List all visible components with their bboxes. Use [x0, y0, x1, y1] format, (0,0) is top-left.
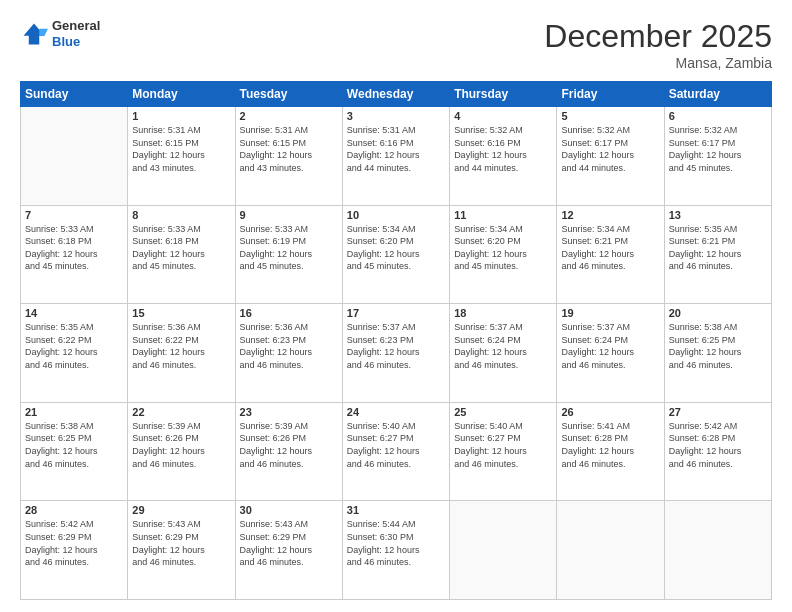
day-info: Sunrise: 5:32 AM Sunset: 6:17 PM Dayligh…	[669, 124, 767, 174]
day-info: Sunrise: 5:31 AM Sunset: 6:15 PM Dayligh…	[132, 124, 230, 174]
day-number: 22	[132, 406, 230, 418]
header: General Blue December 2025 Mansa, Zambia	[20, 18, 772, 71]
calendar-cell: 15Sunrise: 5:36 AM Sunset: 6:22 PM Dayli…	[128, 304, 235, 403]
calendar-cell: 2Sunrise: 5:31 AM Sunset: 6:15 PM Daylig…	[235, 107, 342, 206]
calendar-cell: 24Sunrise: 5:40 AM Sunset: 6:27 PM Dayli…	[342, 402, 449, 501]
calendar-cell: 30Sunrise: 5:43 AM Sunset: 6:29 PM Dayli…	[235, 501, 342, 600]
calendar-cell: 1Sunrise: 5:31 AM Sunset: 6:15 PM Daylig…	[128, 107, 235, 206]
logo-general-text: General	[52, 18, 100, 34]
col-sunday: Sunday	[21, 82, 128, 107]
col-friday: Friday	[557, 82, 664, 107]
col-monday: Monday	[128, 82, 235, 107]
svg-marker-1	[39, 28, 48, 35]
day-number: 12	[561, 209, 659, 221]
day-info: Sunrise: 5:37 AM Sunset: 6:24 PM Dayligh…	[561, 321, 659, 371]
day-info: Sunrise: 5:43 AM Sunset: 6:29 PM Dayligh…	[240, 518, 338, 568]
day-number: 24	[347, 406, 445, 418]
day-number: 21	[25, 406, 123, 418]
day-info: Sunrise: 5:33 AM Sunset: 6:18 PM Dayligh…	[25, 223, 123, 273]
day-number: 7	[25, 209, 123, 221]
calendar-cell: 6Sunrise: 5:32 AM Sunset: 6:17 PM Daylig…	[664, 107, 771, 206]
calendar-cell: 31Sunrise: 5:44 AM Sunset: 6:30 PM Dayli…	[342, 501, 449, 600]
calendar-cell: 25Sunrise: 5:40 AM Sunset: 6:27 PM Dayli…	[450, 402, 557, 501]
day-number: 30	[240, 504, 338, 516]
day-info: Sunrise: 5:38 AM Sunset: 6:25 PM Dayligh…	[25, 420, 123, 470]
day-number: 11	[454, 209, 552, 221]
day-info: Sunrise: 5:35 AM Sunset: 6:21 PM Dayligh…	[669, 223, 767, 273]
day-number: 15	[132, 307, 230, 319]
day-number: 17	[347, 307, 445, 319]
day-info: Sunrise: 5:43 AM Sunset: 6:29 PM Dayligh…	[132, 518, 230, 568]
calendar-cell: 27Sunrise: 5:42 AM Sunset: 6:28 PM Dayli…	[664, 402, 771, 501]
week-row-3: 14Sunrise: 5:35 AM Sunset: 6:22 PM Dayli…	[21, 304, 772, 403]
day-info: Sunrise: 5:40 AM Sunset: 6:27 PM Dayligh…	[347, 420, 445, 470]
day-number: 4	[454, 110, 552, 122]
calendar-cell	[21, 107, 128, 206]
day-info: Sunrise: 5:32 AM Sunset: 6:16 PM Dayligh…	[454, 124, 552, 174]
day-number: 28	[25, 504, 123, 516]
day-number: 19	[561, 307, 659, 319]
calendar-cell	[557, 501, 664, 600]
day-info: Sunrise: 5:42 AM Sunset: 6:29 PM Dayligh…	[25, 518, 123, 568]
week-row-2: 7Sunrise: 5:33 AM Sunset: 6:18 PM Daylig…	[21, 205, 772, 304]
calendar-cell: 23Sunrise: 5:39 AM Sunset: 6:26 PM Dayli…	[235, 402, 342, 501]
day-number: 13	[669, 209, 767, 221]
day-number: 20	[669, 307, 767, 319]
calendar-cell: 4Sunrise: 5:32 AM Sunset: 6:16 PM Daylig…	[450, 107, 557, 206]
day-number: 26	[561, 406, 659, 418]
location-subtitle: Mansa, Zambia	[544, 55, 772, 71]
day-info: Sunrise: 5:31 AM Sunset: 6:15 PM Dayligh…	[240, 124, 338, 174]
calendar-cell: 10Sunrise: 5:34 AM Sunset: 6:20 PM Dayli…	[342, 205, 449, 304]
day-info: Sunrise: 5:36 AM Sunset: 6:23 PM Dayligh…	[240, 321, 338, 371]
calendar-cell: 8Sunrise: 5:33 AM Sunset: 6:18 PM Daylig…	[128, 205, 235, 304]
calendar-cell: 9Sunrise: 5:33 AM Sunset: 6:19 PM Daylig…	[235, 205, 342, 304]
day-number: 2	[240, 110, 338, 122]
day-info: Sunrise: 5:31 AM Sunset: 6:16 PM Dayligh…	[347, 124, 445, 174]
day-info: Sunrise: 5:36 AM Sunset: 6:22 PM Dayligh…	[132, 321, 230, 371]
day-info: Sunrise: 5:35 AM Sunset: 6:22 PM Dayligh…	[25, 321, 123, 371]
day-number: 3	[347, 110, 445, 122]
week-row-4: 21Sunrise: 5:38 AM Sunset: 6:25 PM Dayli…	[21, 402, 772, 501]
day-info: Sunrise: 5:37 AM Sunset: 6:24 PM Dayligh…	[454, 321, 552, 371]
calendar-cell: 19Sunrise: 5:37 AM Sunset: 6:24 PM Dayli…	[557, 304, 664, 403]
calendar-cell: 22Sunrise: 5:39 AM Sunset: 6:26 PM Dayli…	[128, 402, 235, 501]
day-number: 27	[669, 406, 767, 418]
day-number: 5	[561, 110, 659, 122]
calendar-cell: 7Sunrise: 5:33 AM Sunset: 6:18 PM Daylig…	[21, 205, 128, 304]
calendar-cell	[664, 501, 771, 600]
col-thursday: Thursday	[450, 82, 557, 107]
day-info: Sunrise: 5:40 AM Sunset: 6:27 PM Dayligh…	[454, 420, 552, 470]
day-info: Sunrise: 5:34 AM Sunset: 6:20 PM Dayligh…	[347, 223, 445, 273]
calendar-cell: 21Sunrise: 5:38 AM Sunset: 6:25 PM Dayli…	[21, 402, 128, 501]
week-row-1: 1Sunrise: 5:31 AM Sunset: 6:15 PM Daylig…	[21, 107, 772, 206]
title-block: December 2025 Mansa, Zambia	[544, 18, 772, 71]
week-row-5: 28Sunrise: 5:42 AM Sunset: 6:29 PM Dayli…	[21, 501, 772, 600]
day-number: 8	[132, 209, 230, 221]
calendar-table: Sunday Monday Tuesday Wednesday Thursday…	[20, 81, 772, 600]
col-wednesday: Wednesday	[342, 82, 449, 107]
day-info: Sunrise: 5:37 AM Sunset: 6:23 PM Dayligh…	[347, 321, 445, 371]
day-number: 31	[347, 504, 445, 516]
day-info: Sunrise: 5:44 AM Sunset: 6:30 PM Dayligh…	[347, 518, 445, 568]
calendar-cell: 29Sunrise: 5:43 AM Sunset: 6:29 PM Dayli…	[128, 501, 235, 600]
col-tuesday: Tuesday	[235, 82, 342, 107]
day-number: 14	[25, 307, 123, 319]
day-number: 9	[240, 209, 338, 221]
calendar-header-row: Sunday Monday Tuesday Wednesday Thursday…	[21, 82, 772, 107]
day-number: 6	[669, 110, 767, 122]
day-number: 16	[240, 307, 338, 319]
calendar-cell: 26Sunrise: 5:41 AM Sunset: 6:28 PM Dayli…	[557, 402, 664, 501]
day-number: 1	[132, 110, 230, 122]
month-title: December 2025	[544, 18, 772, 55]
day-info: Sunrise: 5:32 AM Sunset: 6:17 PM Dayligh…	[561, 124, 659, 174]
logo-text: General Blue	[52, 18, 100, 49]
day-info: Sunrise: 5:39 AM Sunset: 6:26 PM Dayligh…	[240, 420, 338, 470]
calendar-cell	[450, 501, 557, 600]
page: General Blue December 2025 Mansa, Zambia…	[0, 0, 792, 612]
calendar-cell: 11Sunrise: 5:34 AM Sunset: 6:20 PM Dayli…	[450, 205, 557, 304]
calendar-cell: 17Sunrise: 5:37 AM Sunset: 6:23 PM Dayli…	[342, 304, 449, 403]
calendar-cell: 14Sunrise: 5:35 AM Sunset: 6:22 PM Dayli…	[21, 304, 128, 403]
logo: General Blue	[20, 18, 100, 49]
day-number: 29	[132, 504, 230, 516]
calendar-cell: 12Sunrise: 5:34 AM Sunset: 6:21 PM Dayli…	[557, 205, 664, 304]
